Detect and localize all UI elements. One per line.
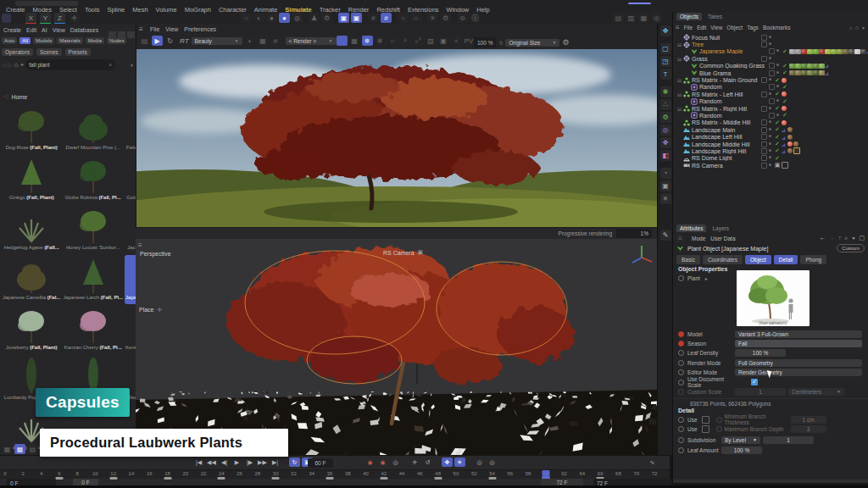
undo-icon[interactable] (2, 14, 11, 23)
visibility-toggles[interactable] (761, 134, 773, 140)
object-row[interactable]: Japanese Maple✓⊿ (675, 48, 867, 55)
asset-tab-auto[interactable]: Auto (2, 37, 17, 44)
menu-mesh[interactable]: Mesh (132, 6, 147, 14)
min-branch-use-checkbox[interactable] (702, 416, 709, 424)
leaf-amount-field[interactable]: 100 % (721, 446, 762, 454)
goto-end-icon[interactable]: ▶| (270, 458, 281, 467)
play-render-icon[interactable]: ▶ (152, 36, 163, 46)
season-dropdown[interactable]: Fall (735, 340, 862, 347)
custom-button[interactable]: Custom (837, 244, 865, 252)
guide-b-icon[interactable]: ○ (410, 13, 421, 23)
red-tag-icon[interactable] (787, 141, 793, 147)
keyframe-marker[interactable] (434, 477, 442, 480)
zoom-fit-icon[interactable]: ⤢ (413, 36, 424, 46)
menu-object[interactable]: Object (726, 25, 743, 30)
thumb-view-icon[interactable]: ▦ (14, 444, 25, 454)
asset-tab-presets[interactable]: Presets (65, 48, 91, 56)
zoom-value-field[interactable]: 100 % (474, 37, 496, 47)
flag-tag-icon[interactable]: ⊿ (782, 127, 787, 132)
mode-menu[interactable]: Mode (692, 236, 705, 241)
attributes-resize-handle[interactable] (673, 480, 868, 483)
red-tag-icon[interactable] (782, 92, 787, 97)
keyframe-marker[interactable] (380, 477, 387, 480)
material-swatch[interactable] (801, 64, 807, 69)
enabled-check-icon[interactable]: ✓ (774, 141, 781, 147)
asset-card[interactable]: Dwarf Mountain Pine (... (62, 105, 124, 154)
enabled-check-icon[interactable]: ✓ (782, 84, 788, 91)
enabled-check-icon[interactable]: ✓ (782, 48, 788, 55)
object-row[interactable]: Landscape Main✓⊿ (675, 126, 867, 133)
editor-mode-anim-dot[interactable] (678, 369, 684, 375)
add-image-icon[interactable]: + (451, 36, 462, 46)
asset-tab-nodes[interactable]: Nodes (107, 37, 126, 44)
keyframe-marker[interactable] (488, 477, 496, 480)
record-scale-icon[interactable]: ◎ (390, 458, 401, 467)
axis-lock-x[interactable]: X (25, 13, 36, 25)
pen-tool-icon[interactable]: ✎ (660, 230, 671, 241)
flag-tag-icon[interactable]: ⊿ (782, 148, 787, 153)
material-swatch[interactable] (795, 64, 801, 69)
ab-split-icon[interactable]: ▨ (426, 36, 437, 46)
enabled-check-icon[interactable]: ✓ (774, 126, 781, 133)
object-row[interactable]: Common Quaking Grass✓⊿ (675, 63, 867, 69)
save-image-icon[interactable]: ▣ (438, 36, 449, 46)
keyframe-marker[interactable] (55, 477, 63, 480)
object-row[interactable]: Landscape Right Hill✓⊿ (675, 147, 867, 154)
object-row[interactable]: ⊟RS Matrix - Right Hill✓ (675, 105, 867, 112)
model-dropdown[interactable]: Variant 3 Full-Grown (735, 330, 862, 338)
object-row[interactable]: RS Dome Light✓ (675, 155, 867, 162)
quantize-keys-icon[interactable]: ✳ (454, 458, 465, 467)
expand-toggle-icon[interactable]: ⊟ (677, 106, 683, 112)
material-swatch[interactable] (813, 64, 819, 69)
editor-mode-dropdown[interactable]: Render Geometry (735, 369, 862, 376)
object-row[interactable]: ⊟RS Matrix - Main Ground✓ (675, 76, 867, 83)
quantize-icon[interactable]: ▣ (351, 13, 362, 23)
material-swatch[interactable] (795, 49, 801, 55)
material-swatch[interactable] (807, 64, 813, 69)
menu-tools[interactable]: Tools (85, 6, 100, 14)
red-tag-icon[interactable] (782, 78, 787, 83)
simulation-tag-icon[interactable]: ◍ (292, 13, 303, 23)
menu-view[interactable]: View (710, 25, 722, 30)
material-swatch[interactable] (807, 49, 813, 55)
material-swatch[interactable] (825, 49, 831, 55)
object-row[interactable]: RS Matrix - Middle Hill✓ (675, 119, 867, 126)
snap2-icon[interactable]: ❄ (375, 36, 386, 46)
enabled-check-icon[interactable]: ✓ (782, 63, 788, 69)
asset-card[interactable]: Hedgehog Agave (Fall... (2, 205, 61, 254)
uvw-flag-icon[interactable]: ⊿ (825, 70, 829, 76)
material-swatch[interactable] (819, 64, 825, 69)
asset-card[interactable]: Dog-Rose (Fall, Plant) (2, 105, 61, 154)
visibility-toggles[interactable] (761, 155, 773, 161)
guide-a-icon[interactable]: ○ (398, 13, 409, 23)
object-row[interactable]: Random✓ (675, 112, 867, 119)
simulate-scene-icon[interactable]: ● (279, 13, 290, 23)
attr-filter-icon[interactable]: ▼ (851, 235, 855, 242)
matrix-icon[interactable]: ∴ (660, 99, 671, 110)
menu-mograph[interactable]: MoGraph (185, 6, 211, 14)
subdivision-anim-dot[interactable] (678, 437, 684, 443)
nav-up-icon[interactable]: ↑ (838, 235, 842, 242)
menu-tags[interactable]: Tags (747, 25, 759, 30)
asset-tab-materials[interactable]: Materials (57, 37, 82, 44)
object-row[interactable]: Random✓ (675, 98, 867, 105)
brown-tag-icon[interactable] (787, 135, 793, 140)
visibility-toggles[interactable] (769, 113, 781, 119)
om-burger-icon[interactable]: ≡ (676, 24, 680, 31)
asset-card[interactable]: Kanzan Cherry (Fall, Pl... (62, 305, 124, 354)
enabled-check-icon[interactable]: ✓ (774, 105, 781, 112)
expand-toggle-icon[interactable]: ⊟ (677, 56, 683, 62)
move-tool-icon[interactable]: ✥ (660, 25, 671, 36)
goto-start-icon[interactable]: |◀ (193, 458, 204, 467)
asset-card[interactable]: Globe Robinia (Fall, Pl... (62, 155, 124, 204)
enabled-check-icon[interactable]: ✓ (782, 69, 788, 76)
lock-icon[interactable] (117, 61, 126, 69)
tab-layers[interactable]: Layers (709, 225, 732, 232)
render-mode-dropdown[interactable]: Full Geometry (735, 359, 862, 367)
asset-tab-media[interactable]: Media (86, 37, 104, 44)
keyframe-marker[interactable] (326, 477, 334, 480)
add-folder-icon[interactable]: + (20, 61, 25, 69)
asset-card[interactable]: Honey Locust 'Sunbur... (62, 205, 124, 254)
material-swatch[interactable] (789, 70, 795, 76)
flag-tag-icon[interactable]: ⊿ (782, 141, 787, 147)
